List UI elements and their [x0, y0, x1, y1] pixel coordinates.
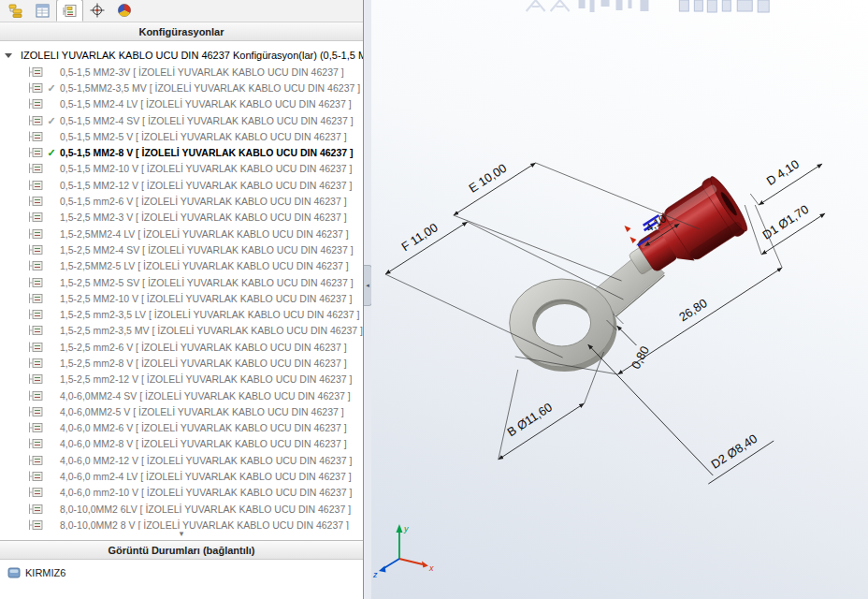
configuration-icon: [28, 438, 43, 449]
config-item[interactable]: ✓ 8,0-10,0MM2 6LV [ İZOLELİ YUVARLAK KAB…: [0, 501, 363, 517]
dimension-D2[interactable]: D2 Ø8,40: [588, 344, 774, 484]
config-item[interactable]: ✓ 4,0-6,0 mm2-4 LV [ İZOLELİ YUVARLAK KA…: [0, 468, 363, 484]
dim-text-B[interactable]: B Ø11,60: [505, 400, 555, 439]
configuration-icon: [28, 342, 43, 353]
config-label: 1,5-2,5 mm2-3,5 MV [ İZOLELİ YUVARLAK KA…: [60, 325, 363, 336]
display-state-item[interactable]: KIRMIZ6: [7, 564, 65, 581]
dim-text-F[interactable]: F 11,00: [398, 220, 440, 254]
tree-expander-icon[interactable]: [5, 53, 12, 58]
model-3d[interactable]: [510, 173, 752, 372]
config-item[interactable]: ✓ 1,5-2,5 MM2-5 SV [ İZOLELİ YUVARLAK KA…: [0, 274, 363, 290]
config-label: 1,5-2,5 MM2-3 V [ İZOLELİ YUVARLAK KABLO…: [60, 212, 347, 223]
orientation-triad: y x z: [372, 524, 434, 579]
configuration-icon: [28, 358, 43, 369]
config-item[interactable]: ✓ 0,5-1,5 MM2-4 LV [ İZOLELİ YUVARLAK KA…: [0, 96, 363, 112]
config-item[interactable]: ✓ 0,5-1,5 MM2-5 V [ İZOLELİ YUVARLAK KAB…: [0, 128, 363, 144]
config-item[interactable]: ✓ 4,0-6,0 MM2-6 V [ İZOLELİ YUVARLAK KAB…: [0, 420, 363, 436]
config-item[interactable]: ✓ 4,0-6,0MM2-4 SV [ İZOLELİ YUVARLAK KAB…: [0, 387, 363, 403]
configuration-icon: [28, 504, 43, 515]
configurations-header: Konfigürasyonlar: [0, 22, 363, 41]
configuration-icon: [28, 277, 43, 288]
dimxpertmanager-tab[interactable]: [83, 0, 110, 22]
configuration-icon: [28, 373, 43, 385]
configuration-icon: [28, 212, 43, 223]
dim-text-E[interactable]: E 10,00: [466, 161, 509, 196]
dimension-D[interactable]: D 4,10: [750, 157, 822, 205]
config-item[interactable]: ✓ 0,5-1,5 mm2-6 V [ İZOLELİ YUVARLAK KAB…: [0, 193, 363, 209]
config-label: 4,0-6,0 MM2-6 V [ İZOLELİ YUVARLAK KABLO…: [60, 422, 347, 433]
config-item[interactable]: ✓ 1,5-2,5MM2-5 LV [ İZOLELİ YUVARLAK KAB…: [0, 258, 363, 274]
configuration-icon: [28, 228, 43, 240]
configuration-icon: [28, 455, 43, 466]
config-label: 4,0-6,0MM2-4 SV [ İZOLELİ YUVARLAK KABLO…: [60, 390, 351, 402]
config-label: 0,5-1,5 MM2-10 V [ İZOLELİ YUVARLAK KABL…: [60, 163, 352, 174]
config-item[interactable]: ✓ 1,5-2,5 mm2-3,5 LV [ İZOLELİ YUVARLAK …: [0, 306, 363, 322]
sketch-relation-mark: [624, 226, 630, 232]
config-item[interactable]: ✓ 0,5-1,5 MM2-12 V [ İZOLELİ YUVARLAK KA…: [0, 177, 363, 193]
triad-z-label: z: [372, 570, 378, 579]
config-item[interactable]: ✓ 1,5-2,5 mm2-12 V [ İZOLELİ YUVARLAK KA…: [0, 372, 363, 387]
configuration-icon: [28, 260, 43, 271]
config-item[interactable]: ✓ 0,5-1,5 MM2-3V [ İZOLELİ YUVARLAK KABL…: [0, 64, 363, 80]
configuration-icon: [28, 163, 43, 174]
triad-y-label: y: [403, 524, 409, 533]
config-item[interactable]: ✓ 1,5-2,5 mm2-3,5 MV [ İZOLELİ YUVARLAK …: [0, 323, 363, 339]
terminal-ring[interactable]: [510, 279, 615, 367]
config-label: 4,0-6,0MM2-5 V [ İZOLELİ YUVARLAK KABLO …: [60, 406, 344, 417]
config-label: 0,5-1,5 MM2-12 V [ İZOLELİ YUVARLAK KABL…: [60, 180, 352, 191]
config-label: 8,0-10,0MM2 6LV [ İZOLELİ YUVARLAK KABLO…: [60, 504, 351, 515]
configuration-tree: IZOLELI YUVARLAK KABLO UCU DIN 46237 Kon…: [0, 41, 363, 540]
config-item[interactable]: ✓ 4,0-6,0 mm2-10 V [ İZOLELİ YUVARLAK KA…: [0, 485, 363, 501]
clipped-watermark: [527, 0, 770, 12]
configuration-icon: [28, 82, 43, 94]
config-item[interactable]: ✓ 1,5-2,5 mm2-8 V [ İZOLELİ YUVARLAK KAB…: [0, 355, 363, 371]
dim-text-D1[interactable]: D1 Ø1,70: [760, 202, 811, 242]
config-item[interactable]: ✓ 4,0-6,0MM2-5 V [ İZOLELİ YUVARLAK KABL…: [0, 403, 363, 419]
featuremanager-tab[interactable]: [2, 0, 29, 22]
config-check-icon: ✓: [46, 147, 57, 158]
config-label: 0,5-1,5 MM2-4 SV [ İZOLELİ YUVARLAK KABL…: [60, 115, 354, 126]
dim-text-D[interactable]: D 4,10: [764, 157, 802, 188]
featuremanager-icon: [8, 4, 23, 18]
configuration-icon: [28, 115, 43, 126]
tree-scroll-more[interactable]: ▾: [0, 530, 363, 540]
dim-text-length[interactable]: 26,80: [676, 296, 709, 324]
config-label: 1,5-2,5 mm2-12 V [ İZOLELİ YUVARLAK KABL…: [60, 373, 352, 385]
configuration-icon: [28, 244, 43, 256]
config-label: 0,5-1,5 MM2-5 V [ İZOLELİ YUVARLAK KABLO…: [60, 131, 347, 142]
dim-text-thickness[interactable]: 0,80: [629, 343, 652, 371]
display-states-header[interactable]: Görüntü Durumları (bağlantılı): [0, 540, 363, 560]
config-label: 1,5-2,5MM2-4 LV [ İZOLELİ YUVARLAK KABLO…: [60, 228, 349, 240]
config-label: 4,0-6,0 mm2-10 V [ İZOLELİ YUVARLAK KABL…: [60, 487, 352, 498]
config-label: 0,5-1,5 MM2-4 LV [ İZOLELİ YUVARLAK KABL…: [60, 98, 352, 110]
configuration-icon: [28, 390, 43, 402]
propertymanager-tab[interactable]: [29, 0, 56, 22]
config-item[interactable]: ✓ 4,0-6,0 MM2-12 V [ İZOLELİ YUVARLAK KA…: [0, 452, 363, 468]
sketch-relation-mark: [629, 237, 636, 243]
manager-tab-strip: [0, 0, 363, 22]
config-item[interactable]: ✓ 1,5-2,5MM2-4 LV [ İZOLELİ YUVARLAK KAB…: [0, 226, 363, 241]
config-item[interactable]: ✓ 1,5-2,5 mm2-6 V [ İZOLELİ YUVARLAK KAB…: [0, 339, 363, 355]
triad-x-label: x: [428, 563, 434, 573]
config-item[interactable]: ✓ 1,5-2,5 MM2-10 V [ İZOLELİ YUVARLAK KA…: [0, 290, 363, 306]
display-state-icon: [7, 567, 21, 579]
config-label: 0,5-1,5 MM2-3V [ İZOLELİ YUVARLAK KABLO …: [60, 66, 344, 78]
config-item[interactable]: ✓ 0,5-1,5MM2-3,5 MV [ İZOLELİ YUVARLAK K…: [0, 80, 363, 95]
config-item[interactable]: ✓ 0,5-1,5 MM2-8 V [ İZOLELİ YUVARLAK KAB…: [0, 144, 363, 160]
solidworks-window: Konfigürasyonlar IZOLELI YUVARLAK KABLO …: [0, 0, 868, 599]
config-item[interactable]: ✓ 0,5-1,5 MM2-10 V [ İZOLELİ YUVARLAK KA…: [0, 161, 363, 177]
config-item[interactable]: ✓ 0,5-1,5 MM2-4 SV [ İZOLELİ YUVARLAK KA…: [0, 112, 363, 128]
configuration-icon: [28, 147, 43, 158]
configuration-icon: [28, 309, 43, 320]
configurationmanager-tab[interactable]: [56, 0, 83, 22]
config-label: 4,0-6,0 mm2-4 LV [ İZOLELİ YUVARLAK KABL…: [60, 471, 352, 482]
configuration-root-item[interactable]: IZOLELI YUVARLAK KABLO UCU DIN 46237 Kon…: [0, 47, 363, 64]
panel-splitter[interactable]: ◂: [364, 0, 371, 599]
config-item[interactable]: ✓ 1,5-2,5 MM2-4 SV [ İZOLELİ YUVARLAK KA…: [0, 241, 363, 257]
displaymanager-tab[interactable]: [110, 0, 137, 22]
dim-text-D2[interactable]: D2 Ø8,40: [708, 431, 760, 472]
config-item[interactable]: ✓ 1,5-2,5 MM2-3 V [ İZOLELİ YUVARLAK KAB…: [0, 210, 363, 226]
config-item[interactable]: ✓ 4,0-6,0 MM2-8 V [ İZOLELİ YUVARLAK KAB…: [0, 436, 363, 452]
display-state-name: KIRMIZ6: [25, 567, 65, 578]
graphics-viewport[interactable]: E 10,00 F 11,00 D 4,10: [371, 0, 868, 599]
